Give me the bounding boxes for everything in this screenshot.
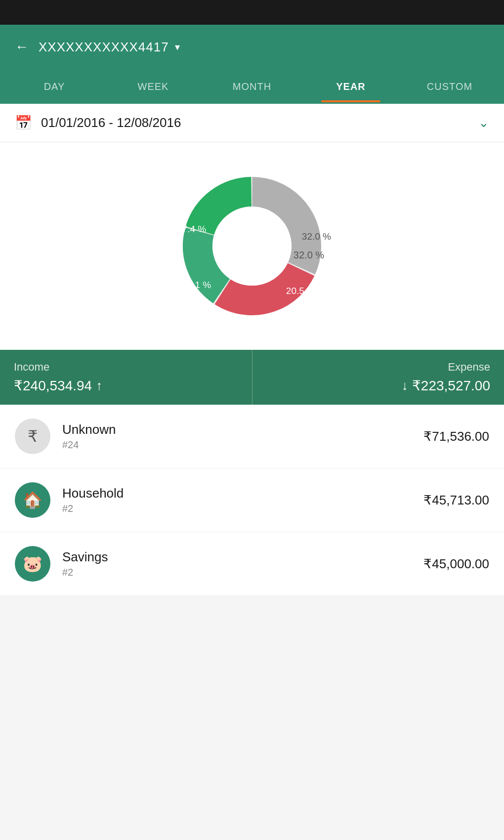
transaction-icon-unknown: ₹ — [15, 419, 50, 454]
tab-week[interactable]: WEEK — [104, 71, 203, 102]
date-range-text: 01/01/2016 - 12/08/2016 — [41, 115, 469, 130]
income-amount: ₹240,534.94 ↑ — [14, 378, 238, 394]
chevron-down-icon: ⌄ — [478, 115, 489, 130]
label-gray: 32.0 % — [294, 250, 324, 260]
transaction-item-unknown[interactable]: ₹ Unknown #24 ₹71,536.00 — [0, 405, 504, 468]
account-selector[interactable]: XXXXXXXXXXX4417 ▾ — [39, 40, 180, 55]
summary-bar: Income ₹240,534.94 ↑ Expense ↓ ₹223,527.… — [0, 350, 504, 405]
tab-custom[interactable]: CUSTOM — [400, 71, 499, 102]
app-header: ← XXXXXXXXXXX4417 ▾ — [0, 25, 504, 69]
transaction-info-household: Household #2 — [62, 486, 412, 514]
expense-amount: ↓ ₹223,527.00 — [266, 378, 491, 394]
period-tab-bar: DAY WEEK MONTH YEAR CUSTOM — [0, 69, 504, 104]
transaction-info-savings: Savings #2 — [62, 549, 412, 578]
transaction-item-household[interactable]: 🏠 Household #2 ₹45,713.00 — [0, 468, 504, 532]
tab-day[interactable]: DAY — [5, 71, 104, 102]
expense-arrow: ↓ — [402, 378, 408, 393]
transaction-amount-unknown: ₹71,536.00 — [423, 429, 489, 444]
back-button[interactable]: ← — [15, 39, 29, 55]
donut-hole — [212, 207, 292, 286]
account-number: XXXXXXXXXXX4417 — [39, 40, 169, 55]
income-summary: Income ₹240,534.94 ↑ — [0, 350, 252, 405]
calendar-icon: 📅 — [15, 115, 32, 131]
donut-chart: 32.0 % 27.4 % 32.0 % 27.4 % 20.1 % 20.5 … — [168, 162, 336, 330]
income-arrow: ↑ — [96, 378, 102, 393]
date-range-bar[interactable]: 📅 01/01/2016 - 12/08/2016 ⌄ — [0, 104, 504, 142]
account-dropdown-icon: ▾ — [175, 41, 180, 53]
transaction-info-unknown: Unknown #24 — [62, 422, 412, 451]
expense-summary: Expense ↓ ₹223,527.00 — [252, 350, 504, 405]
chart-area: 32.0 % 27.4 % 32.0 % 27.4 % 20.1 % 20.5 … — [0, 142, 504, 350]
transaction-list: ₹ Unknown #24 ₹71,536.00 🏠 Household #2 … — [0, 405, 504, 596]
expense-label: Expense — [266, 361, 491, 374]
transaction-item-savings[interactable]: 🐷 Savings #2 ₹45,000.00 — [0, 532, 504, 596]
transaction-icon-household: 🏠 — [15, 482, 50, 518]
transaction-amount-household: ₹45,713.00 — [423, 493, 489, 508]
transaction-icon-savings: 🐷 — [15, 546, 50, 582]
transaction-amount-savings: ₹45,000.00 — [423, 556, 489, 572]
tab-month[interactable]: MONTH — [203, 71, 301, 102]
status-bar — [0, 0, 504, 25]
label-red: 27.4 % — [274, 321, 304, 330]
income-label: Income — [14, 361, 238, 374]
tab-year[interactable]: YEAR — [301, 71, 400, 102]
